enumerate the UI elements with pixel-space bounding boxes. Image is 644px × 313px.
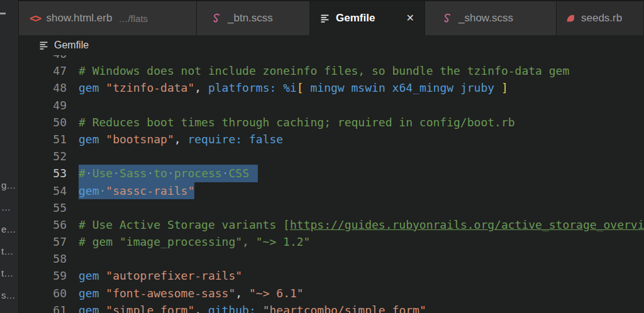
- tab-show-scss[interactable]: _show.scss: [425, 1, 557, 35]
- line-content: # Windows does not include zoneinfo file…: [79, 62, 569, 79]
- lines-icon: [320, 13, 330, 23]
- line-content: gem "autoprefixer-rails": [79, 267, 242, 284]
- line-content: #·Use·Sass·to·process·CSS: [79, 165, 258, 182]
- line-content: gem "tzinfo-data", platforms: %i[ mingw …: [79, 79, 508, 96]
- code-line[interactable]: 50# Reduces boot times through caching; …: [19, 114, 644, 131]
- tab-bar: <>show.html.erb…/flats_btn.scssGemfile✕_…: [19, 0, 644, 35]
- tab-label: seeds.rb: [581, 12, 622, 25]
- breadcrumb-item-file[interactable]: Gemfile: [54, 40, 89, 51]
- editor-group: <>show.html.erb…/flats_btn.scssGemfile✕_…: [19, 0, 644, 313]
- selection-highlight: gem·"sassc-rails": [79, 182, 194, 199]
- code-line[interactable]: 61gem "simple_form", github: "heartcombo…: [19, 302, 644, 313]
- code-line[interactable]: 60gem "font-awesome-sass", "~> 6.1": [19, 285, 644, 302]
- code-line[interactable]: 53#·Use·Sass·to·process·CSS: [19, 165, 644, 182]
- line-content: gem "bootsnap", require: false: [79, 131, 283, 148]
- tab-show-html-erb[interactable]: <>show.html.erb…/flats: [19, 1, 197, 35]
- tab-label: Gemfile: [336, 12, 375, 25]
- sass-icon: [211, 13, 222, 24]
- line-number[interactable]: 54: [19, 182, 67, 199]
- tab-gemfile[interactable]: Gemfile✕: [310, 1, 425, 35]
- tree-item-fragment[interactable]: …: [1, 202, 11, 213]
- tree-item-fragment[interactable]: t…: [1, 246, 13, 257]
- line-number[interactable]: 55: [19, 199, 67, 216]
- code-icon: <>: [30, 12, 40, 25]
- code-line[interactable]: 47# Windows does not include zoneinfo fi…: [19, 62, 644, 79]
- line-content: # Use Active Storage variants [https://g…: [79, 216, 644, 233]
- line-number[interactable]: 61: [19, 302, 67, 313]
- sass-icon: [441, 13, 453, 24]
- line-number[interactable]: 50: [19, 114, 67, 131]
- code-line[interactable]: 55: [19, 199, 644, 216]
- ruby-icon: [565, 13, 575, 23]
- breadcrumb: Gemfile: [19, 35, 644, 55]
- line-number[interactable]: 57: [19, 233, 67, 250]
- line-number[interactable]: 49: [19, 97, 67, 114]
- code-lines: 4647# Windows does not include zoneinfo …: [19, 55, 644, 313]
- tree-item-fragment[interactable]: g…: [1, 180, 16, 191]
- tab-label: _show.scss: [458, 12, 513, 25]
- tree-item-fragment[interactable]: e…: [1, 224, 16, 235]
- tab-label: _btn.scss: [228, 12, 273, 25]
- line-number[interactable]: 48: [19, 79, 67, 96]
- tree-item-fragment: [0, 13, 6, 14]
- line-number[interactable]: 58: [19, 250, 67, 267]
- line-number[interactable]: 60: [19, 285, 67, 302]
- line-number[interactable]: 46: [19, 55, 67, 62]
- code-line[interactable]: 57# gem "image_processing", "~> 1.2": [19, 233, 644, 250]
- explorer-sidebar[interactable]: g……e…t…t…s…: [0, 0, 19, 313]
- line-content: gem "font-awesome-sass", "~> 6.1": [79, 285, 304, 302]
- tree-item-fragment[interactable]: s…: [1, 290, 16, 301]
- line-number[interactable]: 51: [19, 131, 67, 148]
- code-line[interactable]: 51gem "bootsnap", require: false: [19, 131, 644, 148]
- code-line[interactable]: 56# Use Active Storage variants [https:/…: [19, 216, 644, 233]
- vscode-window: g……e…t…t…s… <>show.html.erb…/flats_btn.s…: [0, 0, 644, 313]
- code-line[interactable]: 54gem·"sassc-rails": [19, 182, 644, 199]
- tab-description: …/flats: [118, 13, 148, 24]
- tree-item-fragment[interactable]: t…: [1, 268, 13, 279]
- code-line[interactable]: 48gem "tzinfo-data", platforms: %i[ ming…: [19, 79, 644, 96]
- code-line[interactable]: 46: [19, 55, 644, 62]
- line-content: gem "simple_form", github: "heartcombo/s…: [79, 302, 426, 313]
- line-number[interactable]: 52: [19, 148, 67, 165]
- code-line[interactable]: 49: [19, 97, 644, 114]
- tab-seeds-rb[interactable]: seeds.rb: [557, 1, 644, 35]
- code-line[interactable]: 59gem "autoprefixer-rails": [19, 267, 644, 284]
- line-content: # Reduces boot times through caching; re…: [79, 114, 515, 131]
- line-number[interactable]: 59: [19, 267, 67, 284]
- line-content: # gem "image_processing", "~> 1.2": [79, 233, 310, 250]
- tab-btn-scss[interactable]: _btn.scss: [197, 1, 310, 35]
- line-number[interactable]: 53: [19, 165, 67, 182]
- tab-label: show.html.erb: [46, 12, 112, 25]
- selection-highlight: #·Use·Sass·to·process·CSS: [79, 165, 258, 182]
- line-number[interactable]: 47: [19, 62, 67, 79]
- close-icon[interactable]: ✕: [405, 13, 416, 23]
- line-number[interactable]: 56: [19, 216, 67, 233]
- code-line[interactable]: 52: [19, 148, 644, 165]
- code-line[interactable]: 58: [19, 250, 644, 267]
- line-content: gem·"sassc-rails": [79, 182, 194, 199]
- lines-icon: [39, 40, 49, 50]
- code-editor[interactable]: 4647# Windows does not include zoneinfo …: [19, 55, 644, 313]
